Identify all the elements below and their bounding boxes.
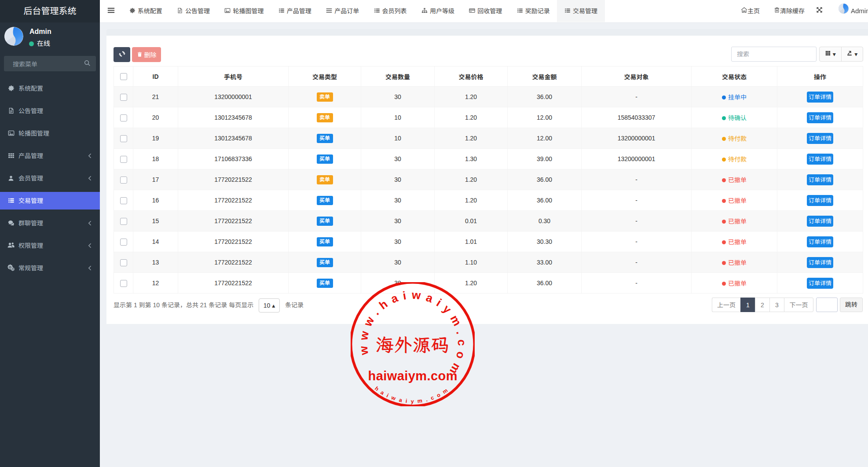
- svg-text:海外源码: 海外源码: [376, 333, 450, 357]
- svg-text:www.haiwaiym.com: www.haiwaiym.com: [357, 288, 469, 377]
- svg-text:haiwaiym.com: haiwaiym.com: [368, 369, 458, 383]
